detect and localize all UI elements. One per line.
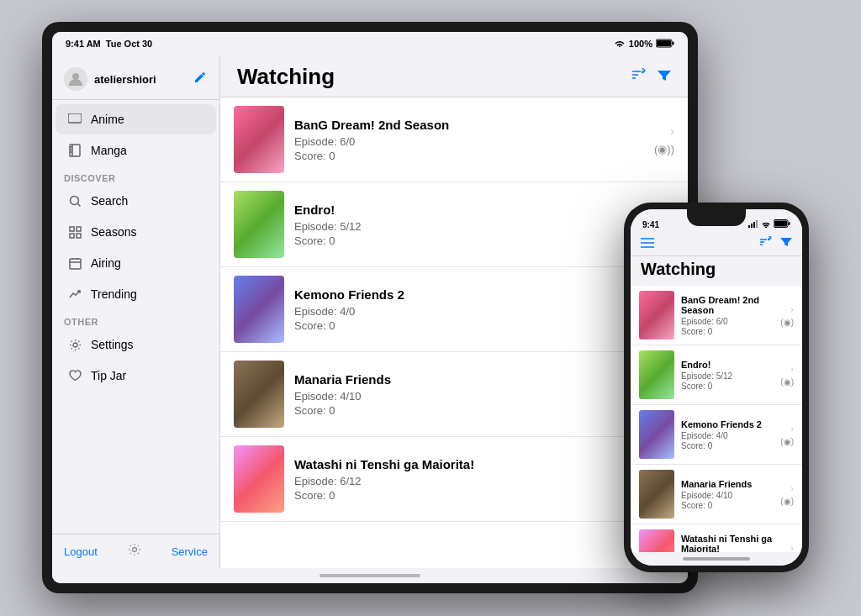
iphone-page-title: Watching (641, 260, 792, 279)
anime-list: BanG Dream! 2nd Season Episode: 6/0 Scor… (220, 97, 688, 568)
svg-rect-4 (68, 113, 82, 123)
iphone-chevron-1: › (790, 364, 794, 374)
page-title: Watching (237, 64, 335, 90)
chevron-right-icon-0: › (670, 124, 674, 138)
sidebar-item-tipjar[interactable]: Tip Jar (55, 361, 216, 391)
iphone-home-indicator (683, 557, 750, 561)
sidebar-item-trending[interactable]: Trending (55, 279, 216, 309)
iphone-info-4: Watashi ni Tenshi ga Maiorita! Episode: … (681, 534, 774, 553)
iphone-notch (687, 209, 746, 226)
iphone-thumbnail-1 (639, 350, 674, 399)
anime-item-1[interactable]: Endro! Episode: 5/12 Score: 0 › (220, 182, 688, 267)
iphone-anime-item-4[interactable]: Watashi ni Tenshi ga Maiorita! Episode: … (631, 524, 802, 552)
anime-item-4[interactable]: Watashi ni Tenshi ga Maiorita! Episode: … (220, 437, 688, 522)
sidebar-item-search[interactable]: Search (55, 186, 216, 216)
iphone-device: 9:41 (624, 203, 809, 572)
sidebar: ateliershiori (52, 55, 220, 568)
iphone-anime-item-0[interactable]: BanG Dream! 2nd Season Episode: 6/0 Scor… (631, 286, 802, 345)
sidebar-item-airing[interactable]: Airing (55, 248, 216, 278)
iphone-filter-icon[interactable] (780, 236, 792, 250)
sidebar-item-seasons[interactable]: Seasons (55, 217, 216, 247)
svg-point-3 (72, 73, 79, 80)
anime-info-2: Kemono Friends 2 Episode: 4/0 Score: 0 (294, 287, 660, 332)
grid-icon (67, 224, 82, 240)
iphone-anime-item-1[interactable]: Endro! Episode: 5/12 Score: 0 › (◉) (631, 345, 802, 405)
settings-gear-icon (67, 337, 82, 352)
tv-icon (67, 112, 82, 127)
svg-rect-15 (751, 224, 753, 228)
scene: 9:41 AM Tue Oct 30 100% (0, 0, 861, 616)
anime-title-0: BanG Dream! 2nd Season (294, 118, 644, 132)
anime-thumbnail-4 (234, 445, 284, 513)
iphone-battery-icon (774, 219, 790, 229)
iphone-item-right-2: › (◉) (780, 424, 794, 446)
iphone-info-0: BanG Dream! 2nd Season Episode: 6/0 Scor… (681, 295, 774, 336)
main-header: Watching (220, 55, 688, 97)
anime-item-actions-0: › (◉)) (654, 124, 674, 155)
iphone-episode-3: Episode: 4/10 (681, 491, 774, 500)
sidebar-item-anime[interactable]: Anime (55, 104, 216, 134)
anime-item-0[interactable]: BanG Dream! 2nd Season Episode: 6/0 Scor… (220, 97, 688, 182)
anime-title-3: Manaria Friends (294, 372, 660, 387)
ipad-battery: 100% (629, 39, 652, 49)
anime-info-4: Watashi ni Tenshi ga Maiorita! Episode: … (294, 457, 660, 502)
iphone-info-1: Endro! Episode: 5/12 Score: 0 (681, 360, 774, 391)
iphone-broadcast-1: (◉) (780, 377, 794, 387)
iphone-anime-item-3[interactable]: Manaria Friends Episode: 4/10 Score: 0 ›… (631, 465, 802, 524)
iphone-item-right-4: › (◉) (780, 543, 794, 553)
iphone-chevron-3: › (790, 483, 794, 493)
ipad-status-bar: 9:41 AM Tue Oct 30 100% (52, 32, 688, 55)
iphone-title-3: Manaria Friends (681, 479, 774, 489)
trending-icon (67, 287, 82, 302)
book-icon (67, 143, 82, 158)
logout-button[interactable]: Logout (64, 545, 98, 558)
anime-thumbnail-0 (234, 106, 284, 173)
iphone-broadcast-0: (◉) (780, 318, 794, 327)
sidebar-item-trending-label: Trending (91, 287, 137, 301)
iphone-score-0: Score: 0 (681, 327, 774, 336)
anime-info-1: Endro! Episode: 5/12 Score: 0 (294, 203, 660, 247)
anime-item-3[interactable]: Manaria Friends Episode: 4/10 Score: 0 › (220, 352, 688, 437)
discover-section-label: DISCOVER (52, 166, 219, 185)
anime-item-2[interactable]: Kemono Friends 2 Episode: 4/0 Score: 0 › (220, 267, 688, 352)
svg-rect-19 (774, 221, 787, 227)
iphone-broadcast-2: (◉) (780, 437, 794, 446)
svg-rect-7 (70, 227, 74, 231)
svg-point-13 (132, 548, 136, 552)
iphone-info-3: Manaria Friends Episode: 4/10 Score: 0 (681, 479, 774, 510)
sort-icon[interactable] (631, 68, 646, 86)
anime-score-2: Score: 0 (294, 319, 660, 332)
iphone-thumbnail-4 (639, 529, 674, 552)
sidebar-item-tipjar-label: Tip Jar (91, 369, 126, 382)
iphone-sort-icon[interactable] (758, 236, 772, 250)
sidebar-item-airing-label: Airing (91, 256, 121, 270)
iphone-title-4: Watashi ni Tenshi ga Maiorita! (681, 534, 774, 553)
edit-icon[interactable] (193, 70, 208, 88)
sidebar-item-manga-label: Manga (91, 144, 127, 157)
svg-point-12 (73, 343, 77, 347)
ipad-screen: 9:41 AM Tue Oct 30 100% (52, 32, 688, 583)
anime-info-3: Manaria Friends Episode: 4/10 Score: 0 (294, 372, 660, 417)
anime-title-2: Kemono Friends 2 (294, 287, 660, 302)
anime-score-4: Score: 0 (294, 489, 660, 502)
iphone-anime-item-2[interactable]: Kemono Friends 2 Episode: 4/0 Score: 0 ›… (631, 405, 802, 465)
anime-thumbnail-3 (234, 361, 284, 428)
ipad-main: ateliershiori (52, 55, 688, 568)
filter-icon[interactable] (658, 68, 671, 86)
anime-episode-2: Episode: 4/0 (294, 305, 660, 318)
sidebar-item-seasons-label: Seasons (91, 225, 136, 239)
iphone-broadcast-3: (◉) (780, 497, 794, 506)
footer-gear-icon[interactable] (128, 543, 141, 560)
sidebar-footer: Logout Service (52, 534, 219, 568)
sidebar-user: ateliershiori (64, 67, 156, 91)
sidebar-nav: Anime Manga DISCOVE (52, 103, 219, 534)
iphone-time: 9:41 (642, 220, 659, 229)
ipad-device: 9:41 AM Tue Oct 30 100% (42, 22, 698, 593)
service-button[interactable]: Service (172, 545, 208, 558)
iphone-episode-2: Episode: 4/0 (681, 431, 774, 440)
sidebar-item-settings[interactable]: Settings (55, 329, 216, 360)
svg-rect-2 (673, 41, 674, 45)
iphone-header (631, 233, 802, 256)
sidebar-item-manga[interactable]: Manga (55, 135, 216, 166)
iphone-menu-icon[interactable] (641, 237, 654, 250)
